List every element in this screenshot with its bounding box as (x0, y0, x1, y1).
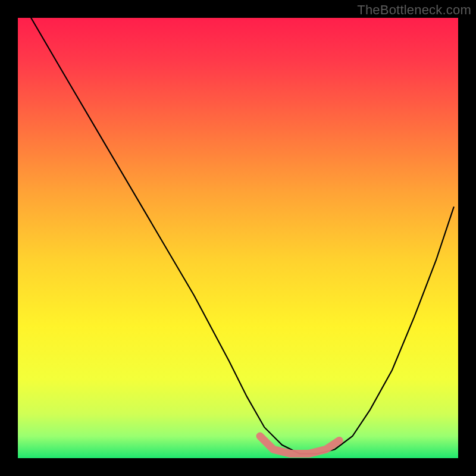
plot-background (18, 18, 458, 458)
bottleneck-chart (0, 0, 476, 476)
watermark-label: TheBottleneck.com (357, 2, 471, 18)
chart-frame: TheBottleneck.com (0, 0, 476, 476)
